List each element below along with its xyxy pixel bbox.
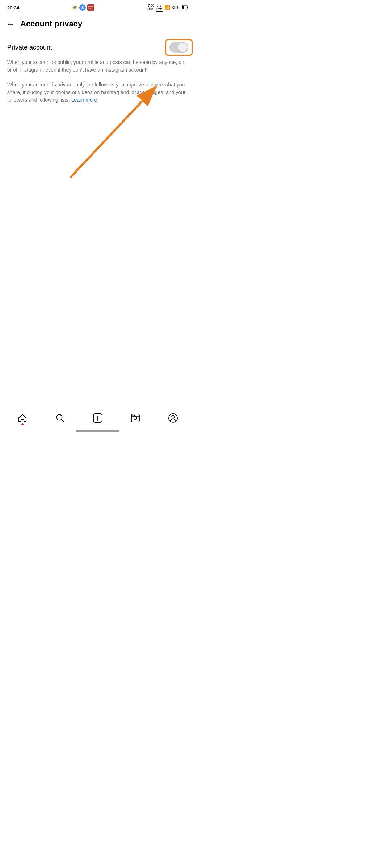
profile-icon — [168, 413, 178, 423]
yono-icon: yonoSBI — [87, 4, 94, 11]
svg-rect-3 — [182, 6, 184, 9]
home-icon — [17, 413, 28, 423]
nav-home[interactable] — [13, 410, 32, 426]
battery-percent: 39% — [172, 5, 180, 10]
reels-icon — [130, 413, 140, 423]
search-icon — [55, 413, 65, 423]
nav-create[interactable] — [88, 410, 107, 426]
svg-point-18 — [172, 415, 175, 418]
nav-profile[interactable] — [164, 410, 182, 426]
gesture-bar — [76, 430, 119, 432]
svg-point-16 — [134, 414, 135, 416]
create-icon — [93, 413, 103, 423]
svg-rect-4 — [187, 7, 188, 8]
content-area: Private account When your account is pub… — [0, 33, 196, 118]
status-bar: 20:34 S yonoSBI 7.00KB/S VOLTE 📶 39% — [0, 0, 196, 14]
status-right: 7.00KB/S VOLTE 📶 39% — [147, 4, 188, 12]
nav-reels[interactable] — [126, 410, 145, 426]
private-account-description: When your account is private, only the f… — [7, 81, 188, 104]
page-title: Account privacy — [20, 19, 82, 29]
nav-search[interactable] — [51, 410, 70, 426]
signal-icon: 📶 — [164, 5, 170, 10]
svg-point-15 — [133, 414, 134, 416]
app-icons: S yonoSBI — [71, 4, 94, 11]
header: ← Account privacy — [0, 14, 196, 33]
svg-point-13 — [134, 417, 137, 420]
back-button[interactable]: ← — [6, 19, 14, 29]
private-account-toggle[interactable] — [169, 42, 188, 53]
battery-icon — [182, 5, 188, 10]
chrome-icon — [71, 4, 78, 11]
skype-icon: S — [79, 4, 86, 11]
svg-line-8 — [62, 419, 64, 422]
private-account-label: Private account — [7, 44, 52, 51]
public-account-description: When your account is public, your profil… — [7, 59, 188, 74]
bottom-nav — [0, 405, 196, 434]
net-speed: 7.00KB/S — [147, 4, 155, 11]
status-time: 20:34 — [7, 5, 19, 10]
home-active-dot — [21, 423, 24, 425]
toggle-container — [169, 42, 188, 53]
learn-more-link[interactable]: Learn more — [71, 97, 97, 103]
private-account-row: Private account — [7, 42, 188, 53]
volte-icon: VOLTE — [156, 4, 163, 12]
toggle-thumb — [178, 43, 188, 52]
